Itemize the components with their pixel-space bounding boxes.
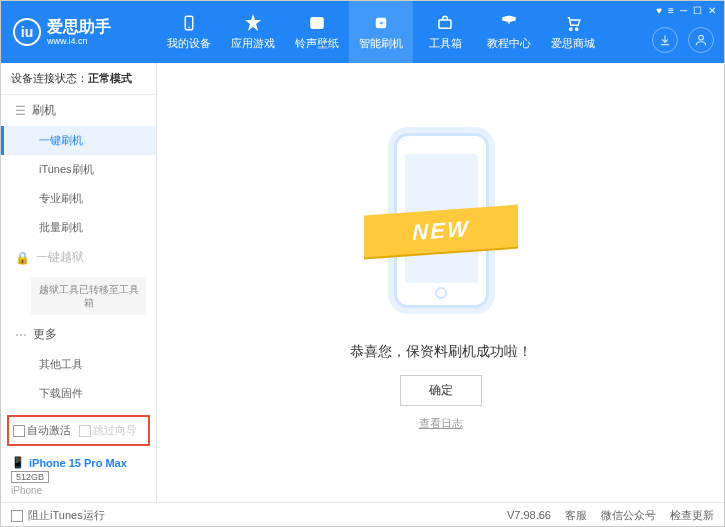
svg-point-6 — [576, 28, 578, 30]
more-icon: ⋯ — [15, 328, 27, 342]
footer-wechat-link[interactable]: 微信公众号 — [601, 508, 656, 523]
cart-icon — [563, 13, 583, 33]
skip-setup-checkbox[interactable]: 跳过向导 — [79, 423, 137, 438]
phone-icon — [179, 13, 199, 33]
device-phone-icon: 📱 — [11, 456, 25, 469]
svg-rect-2 — [311, 18, 323, 29]
menu-batch-flash[interactable]: 批量刷机 — [1, 213, 156, 242]
success-message: 恭喜您，保资料刷机成功啦！ — [350, 343, 532, 361]
apps-icon — [243, 13, 263, 33]
group-label: 刷机 — [32, 102, 56, 119]
connection-status: 设备连接状态：正常模式 — [1, 63, 156, 95]
app-url: www.i4.cn — [47, 36, 111, 46]
new-ribbon: NEW — [364, 204, 518, 257]
download-button[interactable] — [652, 27, 678, 53]
nav-toolbox[interactable]: 工具箱 — [413, 1, 477, 63]
menu-one-key-flash[interactable]: 一键刷机 — [1, 126, 156, 155]
device-info: 📱 iPhone 15 Pro Max 512GB iPhone — [1, 450, 156, 502]
nav-store[interactable]: 爱思商城 — [541, 1, 605, 63]
group-label: 更多 — [33, 326, 57, 343]
device-type: iPhone — [11, 485, 146, 496]
storage-badge: 512GB — [11, 471, 49, 483]
gift-icon[interactable]: ♥ — [656, 5, 662, 16]
phone-illustration: NEW — [376, 115, 506, 325]
checkbox-label: 跳过向导 — [93, 424, 137, 436]
footer-update-link[interactable]: 检查更新 — [670, 508, 714, 523]
footer: 阻止iTunes运行 V7.98.66 客服 微信公众号 检查更新 — [1, 502, 724, 527]
group-more[interactable]: ⋯ 更多 — [1, 319, 156, 350]
version-label: V7.98.66 — [507, 509, 551, 521]
group-flash[interactable]: ☰ 刷机 — [1, 95, 156, 126]
maximize-icon[interactable]: ☐ — [693, 5, 702, 16]
sidebar: 设备连接状态：正常模式 ☰ 刷机 一键刷机 iTunes刷机 专业刷机 批量刷机… — [1, 63, 157, 502]
nav-label: 应用游戏 — [231, 36, 275, 51]
menu-icon[interactable]: ≡ — [668, 5, 674, 16]
app-name: 爱思助手 — [47, 18, 111, 35]
flash-icon — [371, 13, 391, 33]
ok-button[interactable]: 确定 — [400, 375, 482, 406]
nav-label: 爱思商城 — [551, 36, 595, 51]
minimize-icon[interactable]: ─ — [680, 5, 687, 16]
nav-label: 工具箱 — [429, 36, 462, 51]
status-value: 正常模式 — [88, 72, 132, 84]
user-button[interactable] — [688, 27, 714, 53]
book-icon — [499, 13, 519, 33]
main-content: NEW 恭喜您，保资料刷机成功啦！ 确定 查看日志 — [157, 63, 724, 502]
nav-label: 铃声壁纸 — [295, 36, 339, 51]
jailbreak-note: 越狱工具已转移至工具箱 — [31, 277, 146, 315]
nav-label: 我的设备 — [167, 36, 211, 51]
menu-download-firmware[interactable]: 下载固件 — [1, 379, 156, 408]
group-jailbreak[interactable]: 🔒 一键越狱 — [1, 242, 156, 273]
nav-tutorials[interactable]: 教程中心 — [477, 1, 541, 63]
menu-pro-flash[interactable]: 专业刷机 — [1, 184, 156, 213]
nav-flash[interactable]: 智能刷机 — [349, 1, 413, 63]
auto-activate-checkbox[interactable]: 自动激活 — [13, 423, 71, 438]
highlighted-checkbox-row: 自动激活 跳过向导 — [7, 415, 150, 446]
main-nav: 我的设备 应用游戏 铃声壁纸 智能刷机 工具箱 教程中心 爱思商城 — [157, 1, 605, 63]
menu-other-tools[interactable]: 其他工具 — [1, 350, 156, 379]
image-icon — [307, 13, 327, 33]
svg-rect-4 — [439, 20, 451, 28]
menu-advanced[interactable]: 高级功能 — [1, 408, 156, 411]
group-label: 一键越狱 — [36, 249, 84, 266]
checkbox-label: 阻止iTunes运行 — [28, 509, 105, 521]
menu-itunes-flash[interactable]: iTunes刷机 — [1, 155, 156, 184]
toolbox-icon — [435, 13, 455, 33]
block-itunes-checkbox[interactable]: 阻止iTunes运行 — [11, 508, 105, 523]
svg-point-7 — [699, 35, 704, 40]
status-label: 设备连接状态： — [11, 72, 88, 84]
nav-label: 智能刷机 — [359, 36, 403, 51]
close-icon[interactable]: ✕ — [708, 5, 716, 16]
footer-support-link[interactable]: 客服 — [565, 508, 587, 523]
app-header: iu 爱思助手 www.i4.cn 我的设备 应用游戏 铃声壁纸 智能刷机 工具… — [1, 1, 724, 63]
view-log-link[interactable]: 查看日志 — [419, 416, 463, 431]
nav-apps[interactable]: 应用游戏 — [221, 1, 285, 63]
nav-label: 教程中心 — [487, 36, 531, 51]
device-name: iPhone 15 Pro Max — [29, 457, 127, 469]
window-controls: ♥ ≡ ─ ☐ ✕ — [656, 5, 716, 16]
list-icon: ☰ — [15, 104, 26, 118]
nav-ringtones[interactable]: 铃声壁纸 — [285, 1, 349, 63]
lock-icon: 🔒 — [15, 251, 30, 265]
nav-my-device[interactable]: 我的设备 — [157, 1, 221, 63]
checkbox-label: 自动激活 — [27, 424, 71, 436]
logo-icon: iu — [13, 18, 41, 46]
svg-point-5 — [570, 28, 572, 30]
logo-area: iu 爱思助手 www.i4.cn — [1, 18, 157, 46]
